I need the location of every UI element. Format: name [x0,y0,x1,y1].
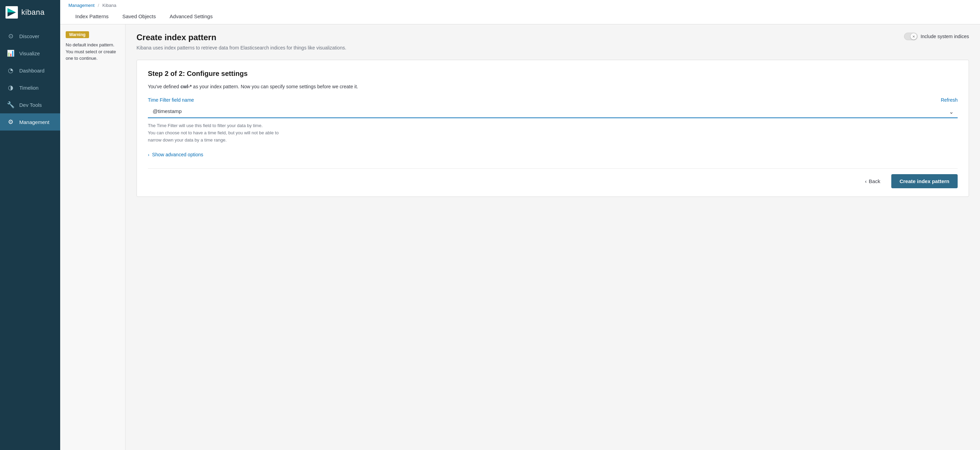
sidebar-item-timelion-label: Timelion [19,85,38,91]
page-header-left: Create index pattern Kibana uses index p… [137,33,346,52]
sidebar-item-visualize-label: Visualize [19,51,40,56]
page-header: Create index pattern Kibana uses index p… [137,33,969,52]
tab-bar: Index Patterns Saved Objects Advanced Se… [68,9,972,24]
top-nav: Management / Kibana Index Patterns Saved… [60,0,980,24]
content-area: Warning No default index pattern. You mu… [60,24,980,450]
sidebar-item-discover-label: Discover [19,33,39,39]
field-hint-line2: You can choose not to have a time field,… [148,130,278,135]
wrench-icon: 🔧 [7,101,14,109]
step-desc-suffix: as your index pattern. Now you can speci… [191,84,358,89]
time-filter-field-label[interactable]: Time Filter field name [148,97,194,103]
sidebar: kibana ⊙ Discover 📊 Visualize ◔ Dashboar… [0,0,60,450]
step-card: Step 2 of 2: Configure settings You've d… [137,60,969,197]
step-description: You've defined cwl-* as your index patte… [148,83,958,90]
page-subtitle: Kibana uses index patterns to retrieve d… [137,44,346,52]
bar-chart-icon: 📊 [7,49,14,57]
step-desc-prefix: You've defined [148,84,181,89]
include-system-label: Include system indices [921,34,969,39]
sidebar-item-management[interactable]: ⚙ Management [0,113,60,130]
back-chevron-icon: ‹ [865,178,867,184]
field-hint: The Time Filter will use this field to f… [148,122,958,144]
create-index-pattern-button[interactable]: Create index pattern [891,174,958,188]
svg-marker-1 [8,8,16,13]
sidebar-item-devtools[interactable]: 🔧 Dev Tools [0,96,60,113]
breadcrumb-kibana: Kibana [102,3,116,8]
compass-icon: ⊙ [7,32,14,40]
kibana-logo-icon [5,6,18,19]
field-hint-line3: narrow down your data by a time range. [148,138,227,143]
sidebar-nav: ⊙ Discover 📊 Visualize ◔ Dashboard ◑ Tim… [0,27,60,130]
back-button[interactable]: ‹ Back [860,175,886,187]
back-label: Back [869,178,880,184]
sidebar-item-timelion[interactable]: ◑ Timelion [0,79,60,96]
include-system-indices[interactable]: Include system indices [904,33,969,40]
include-system-toggle[interactable] [904,33,918,40]
form-area: Create index pattern Kibana uses index p… [126,24,980,450]
refresh-button[interactable]: Refresh [941,97,958,103]
tab-index-patterns[interactable]: Index Patterns [68,9,116,24]
tab-saved-objects[interactable]: Saved Objects [116,9,163,24]
sidebar-item-discover[interactable]: ⊙ Discover [0,27,60,44]
breadcrumb-separator: / [98,3,99,8]
show-advanced-label: Show advanced options [152,152,203,157]
kibana-logo-text: kibana [21,8,45,17]
timelion-icon: ◑ [7,84,14,91]
show-advanced-options[interactable]: › Show advanced options [148,152,958,157]
time-filter-select-wrapper: @timestamp I don't want to use the Time … [148,105,958,118]
breadcrumb-management[interactable]: Management [68,3,95,8]
breadcrumb: Management / Kibana [68,0,972,9]
page-title: Create index pattern [137,33,346,42]
sidebar-item-management-label: Management [19,119,49,125]
warning-text: No default index pattern. You must selec… [66,41,120,62]
field-hint-line1: The Time Filter will use this field to f… [148,123,263,128]
step-title: Step 2 of 2: Configure settings [148,70,958,78]
step-index-pattern: cwl-* [181,84,192,89]
sidebar-item-dashboard-label: Dashboard [19,68,45,73]
warning-badge: Warning [66,31,89,38]
clock-icon: ◔ [7,67,14,74]
main-content: Management / Kibana Index Patterns Saved… [60,0,980,450]
warning-panel: Warning No default index pattern. You mu… [60,24,126,450]
sidebar-item-devtools-label: Dev Tools [19,102,42,108]
gear-icon: ⚙ [7,118,14,126]
sidebar-item-visualize[interactable]: 📊 Visualize [0,44,60,62]
time-filter-select[interactable]: @timestamp I don't want to use the Time … [148,105,958,118]
form-footer: ‹ Back Create index pattern [148,168,958,188]
chevron-right-icon: › [148,152,149,157]
field-label-row: Time Filter field name Refresh [148,97,958,103]
sidebar-item-dashboard[interactable]: ◔ Dashboard [0,62,60,79]
logo: kibana [0,0,60,25]
tab-advanced-settings[interactable]: Advanced Settings [163,9,220,24]
